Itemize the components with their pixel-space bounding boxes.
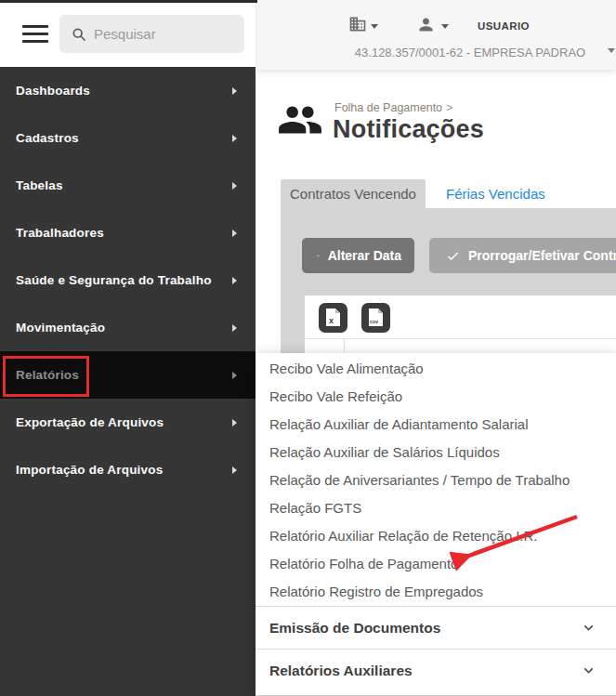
chevron-down-icon (580, 662, 597, 679)
menu-item-relatorio-registro-de-empregados[interactable]: Relatório Registro de Empregados (256, 578, 616, 606)
alterar-data-label: Alterar Data (328, 248, 401, 263)
app-window: Dashboards Cadastros Tabelas Trabalhador… (0, 0, 616, 696)
csv-letter: csv (370, 319, 378, 324)
people-icon (277, 100, 323, 139)
search-box[interactable] (59, 15, 244, 53)
export-excel-button[interactable]: x (319, 303, 347, 333)
company-dropdown-caret-icon[interactable] (371, 24, 378, 29)
sidebar-item-label: Cadastros (16, 131, 79, 145)
relatorios-submenu: Recibo Vale Alimentação Recibo Vale Refe… (256, 353, 616, 696)
export-csv-button[interactable]: csv (361, 303, 390, 333)
menu-item-recibo-vale-refeicao[interactable]: Recibo Vale Refeição (256, 383, 616, 411)
section-relatorios-auxiliares[interactable]: Relatórios Auxiliares (256, 649, 616, 691)
sidebar-item-cadastros[interactable]: Cadastros (0, 114, 256, 162)
tab-panel: Alterar Data Prorrogar/Efetivar Contrato (281, 208, 616, 357)
tab-ferias-vencidas[interactable]: Férias Vencidas (426, 179, 566, 208)
chevron-right-icon (232, 324, 237, 332)
breadcrumb-separator: > (446, 101, 452, 114)
topbar-left (0, 0, 256, 67)
chevron-down-icon (580, 619, 597, 637)
breadcrumb-link[interactable]: Folha de Pagamento (334, 101, 442, 114)
sidebar-item-tabelas[interactable]: Tabelas (0, 162, 256, 209)
top-header: USUARIO 43.128.357/0001-62 - EMPRESA PAD… (256, 0, 616, 70)
sidebar-item-label: Importação de Arquivos (16, 463, 163, 477)
search-input[interactable] (94, 26, 224, 42)
menu-item-relatorio-folha-de-pagamento[interactable]: Relatório Folha de Pagamento (256, 550, 616, 578)
section-label: Emissão de Documentos (269, 620, 440, 637)
grid-toolbar-panel: x csv (305, 295, 616, 357)
menu-item-recibo-vale-alimentacao[interactable]: Recibo Vale Alimentação (256, 355, 616, 383)
sidebar-item-importacao-arquivos[interactable]: Importação de Arquivos (0, 446, 256, 493)
tab-contratos-vencendo[interactable]: Contratos Vencendo (281, 179, 426, 208)
company-building-icon[interactable] (348, 15, 367, 33)
tab-bar: Contratos Vencendo Férias Vencidas (281, 179, 566, 208)
chevron-right-icon (232, 419, 237, 427)
prorrogar-efetivar-contrato-label: Prorrogar/Efetivar Contrato (468, 248, 616, 263)
chevron-right-icon (232, 466, 237, 474)
sidebar-item-trabalhadores[interactable]: Trabalhadores (0, 209, 256, 256)
calendar-icon (317, 249, 320, 263)
alterar-data-button[interactable]: Alterar Data (302, 238, 414, 273)
company-selector-caret-icon[interactable] (608, 48, 615, 53)
chevron-right-icon (232, 277, 237, 284)
section-emissao-de-documentos[interactable]: Emissão de Documentos (256, 606, 616, 649)
check-icon (446, 249, 460, 263)
chevron-right-icon (232, 372, 237, 379)
prorrogar-efetivar-contrato-button[interactable]: Prorrogar/Efetivar Contrato (429, 238, 616, 273)
hamburger-menu-icon[interactable] (22, 25, 48, 43)
chevron-right-icon (232, 87, 237, 95)
breadcrumb[interactable]: Folha de Pagamento> (334, 101, 452, 114)
sidebar-item-label: Saúde e Segurança do Trabalho (16, 273, 212, 287)
user-icon[interactable] (416, 15, 436, 34)
user-name-label: USUARIO (478, 20, 530, 32)
chevron-right-icon (232, 230, 237, 237)
menu-item-relatorio-auxiliar-relacao-retencao-ir[interactable]: Relatório Auxiliar Relação de Retenção I… (256, 522, 616, 550)
search-icon (72, 27, 86, 42)
menu-item-relacao-auxiliar-salarios-liquidos[interactable]: Relação Auxiliar de Salários Líquidos (256, 439, 616, 466)
sidebar-item-saude-seguranca-trabalho[interactable]: Saúde e Segurança do Trabalho (0, 256, 256, 304)
sidebar-item-exportacao-arquivos[interactable]: Exportação de Arquivos (0, 399, 256, 446)
sidebar-item-label: Trabalhadores (16, 226, 104, 240)
sidebar-item-dashboards[interactable]: Dashboards (0, 67, 256, 114)
csv-file-icon (368, 309, 384, 327)
excel-letter: x (329, 316, 334, 325)
chevron-right-icon (232, 182, 237, 190)
sidebar-item-movimentacao[interactable]: Movimentação (0, 304, 256, 351)
menu-item-relacao-fgts[interactable]: Relação FGTS (256, 494, 616, 522)
sidebar-item-relatorios[interactable]: Relatórios (0, 351, 256, 399)
sidebar-item-label: Movimentação (16, 321, 105, 335)
section-label: Relatórios Auxiliares (269, 663, 413, 679)
menu-item-relacao-auxiliar-adiantamento-salarial[interactable]: Relação Auxiliar de Adiantamento Salaria… (256, 411, 616, 439)
sidebar-item-label: Exportação de Arquivos (16, 415, 164, 429)
sidebar-item-label: Relatórios (16, 368, 79, 382)
window-top-edge (0, 0, 257, 3)
sidebar-item-label: Dashboards (16, 84, 90, 98)
chevron-right-icon (232, 135, 237, 142)
submenu-list: Recibo Vale Alimentação Recibo Vale Refe… (256, 353, 616, 606)
page-title: Notificações (333, 115, 484, 144)
sidebar-item-label: Tabelas (16, 178, 63, 192)
company-selector[interactable]: 43.128.357/0001-62 - EMPRESA PADRAO (349, 46, 591, 59)
sidebar: Dashboards Cadastros Tabelas Trabalhador… (0, 67, 256, 696)
menu-item-relacao-aniversariantes-tempo-trabalho[interactable]: Relação de Aniversariantes / Tempo de Tr… (256, 466, 616, 494)
user-dropdown-caret-icon[interactable] (441, 24, 449, 29)
